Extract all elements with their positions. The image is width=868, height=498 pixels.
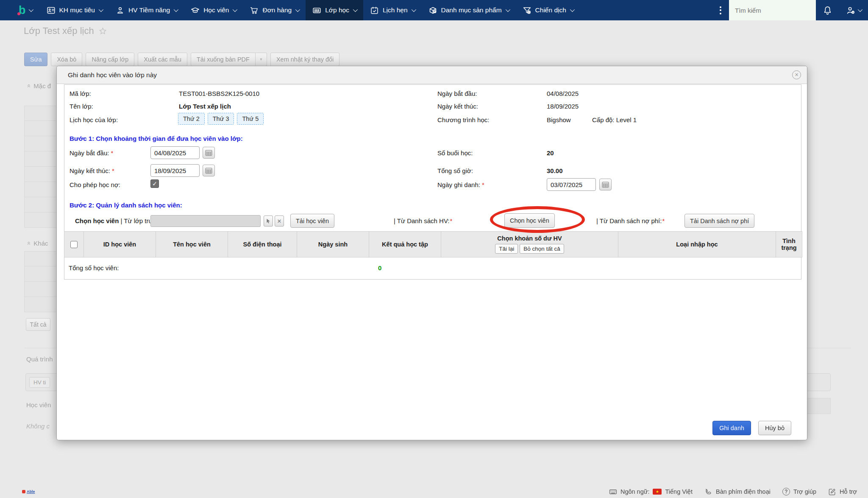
more-menu-icon[interactable]: [712, 0, 729, 20]
filter-tag[interactable]: HV ti: [29, 377, 50, 388]
load-debt-list-button[interactable]: Tải Danh sách nợ phí: [684, 214, 754, 228]
support-link[interactable]: Hỗ trợ: [828, 488, 857, 496]
delete-button[interactable]: Xóa bỏ: [51, 53, 82, 66]
end-date-input[interactable]: [150, 164, 200, 177]
collapse-icon: «: [26, 84, 33, 87]
nav-item-hv-tiem-nang[interactable]: HV Tiềm năng: [109, 0, 184, 20]
nav-item-lop-hoc[interactable]: Lớp học: [306, 0, 363, 20]
sessions-value: 20: [547, 149, 554, 157]
start-date-info-label: Ngày bắt đầu:: [437, 90, 477, 97]
all-button[interactable]: Tất cả: [26, 318, 50, 331]
deselect-all-button[interactable]: Bỏ chọn tất cả: [520, 244, 564, 254]
vietnam-flag-icon: ★: [653, 489, 662, 495]
previous-class-input[interactable]: [150, 215, 261, 227]
favorite-star-icon[interactable]: [98, 27, 107, 36]
help-link[interactable]: ? Trợ giúp: [782, 488, 816, 495]
pick-students-button[interactable]: Chọn học viên: [504, 213, 555, 228]
cursor-arrow-icon: [266, 218, 271, 224]
hours-value: 30.00: [547, 167, 563, 174]
enroll-date-input[interactable]: [547, 178, 596, 191]
brand-menu[interactable]: b: [0, 0, 40, 20]
global-search: [729, 0, 816, 20]
phone-icon: [704, 488, 712, 496]
nav-item-label: Chiến dịch: [535, 6, 566, 14]
allow-debt-label: Cho phép học nợ:: [70, 181, 120, 188]
edit-button[interactable]: Sửa: [24, 53, 47, 66]
enroll-students-modal: Ghi danh học viên vào lớp này ✕ Mã lớp: …: [56, 66, 807, 440]
export-templates-button[interactable]: Xuất các mẫu: [138, 53, 187, 66]
total-row: Tổng số học viên: 0: [64, 257, 801, 280]
language-label: Ngôn ngữ:: [620, 488, 650, 495]
chevron-down-icon: [174, 7, 178, 12]
start-date-info-value: 04/08/2025: [547, 90, 579, 97]
day-chip-tue[interactable]: Thứ 3: [208, 113, 234, 125]
class-name-label: Tên lớp:: [70, 103, 93, 110]
close-icon[interactable]: ✕: [792, 70, 801, 79]
change-log-button[interactable]: Xem nhật ký thay đổi: [270, 53, 339, 66]
user-settings-menu[interactable]: [839, 0, 868, 20]
help-label: Trợ giúp: [793, 488, 816, 495]
total-students-label: Tổng số học viên:: [69, 264, 119, 271]
nav-item-hoc-vien[interactable]: Học viên: [184, 0, 243, 20]
modal-header: Ghi danh học viên vào lớp này ✕: [57, 66, 807, 84]
nav-item-don-hang[interactable]: Đơn hàng: [243, 0, 306, 20]
enroll-date-calendar-button[interactable]: [599, 179, 612, 190]
bell-icon: [823, 6, 832, 15]
download-pdf-button[interactable]: Tải xuống bản PDF: [191, 53, 256, 66]
chevron-down-icon: [295, 7, 300, 12]
col-phone: Số điện thoại: [228, 232, 297, 257]
cancel-button[interactable]: Hủy bỏ: [758, 421, 791, 435]
hours-label: Tổng số giờ:: [437, 167, 473, 174]
modal-title: Ghi danh học viên vào lớp này: [68, 71, 157, 79]
modal-actions: Ghi danh Hủy bỏ: [712, 421, 791, 435]
nav-item-danh-muc-san-pham[interactable]: Danh mục sản phẩm: [422, 0, 516, 20]
nav-item-chien-dich[interactable]: Chiến dịch: [516, 0, 580, 20]
calendar-icon: [602, 182, 609, 188]
notifications-button[interactable]: [816, 0, 839, 20]
collapse-icon: «: [26, 241, 33, 245]
schedule-label: Lịch học của lớp:: [70, 116, 118, 123]
enroll-submit-button[interactable]: Ghi danh: [712, 421, 751, 435]
end-date-calendar-button[interactable]: [203, 165, 215, 176]
edit-pencil-icon: [828, 488, 836, 496]
nav-item-lich-hen[interactable]: Lịch hẹn: [363, 0, 422, 20]
empty-note: Không c: [26, 422, 50, 430]
cart-icon: [250, 6, 259, 15]
col-balance: Chọn khoản số dư HV Tải lại Bỏ chọn tất …: [441, 232, 618, 257]
reload-balance-button[interactable]: Tải lại: [495, 244, 518, 254]
picker-cursor-button[interactable]: [264, 215, 273, 227]
download-pdf-dropdown-arrow[interactable]: ▼: [256, 53, 267, 66]
top-nav: b KH mục tiêu HV Tiềm năng Học viên Đơn …: [0, 0, 868, 20]
clear-selection-button[interactable]: ✕: [275, 215, 284, 227]
day-chip-thu[interactable]: Thứ 5: [237, 113, 264, 125]
day-chip-mon[interactable]: Thứ 2: [178, 113, 205, 125]
product-box-icon: [428, 6, 437, 15]
select-all-checkbox[interactable]: [70, 241, 78, 248]
phone-keyboard-link[interactable]: Bàn phím điện thoại: [704, 488, 771, 496]
level-value: Cấp độ: Level 1: [592, 116, 637, 123]
able-brand-link[interactable]: Able: [22, 490, 35, 494]
start-date-calendar-button[interactable]: [203, 147, 215, 159]
person-icon: [116, 6, 125, 15]
search-input[interactable]: [735, 7, 819, 14]
col-admission-type: Loại nhập học: [618, 232, 776, 257]
nav-item-label: Đơn hàng: [262, 6, 292, 14]
nav-item-label: Lịch hẹn: [383, 6, 408, 14]
student-row-label: Học viên: [26, 401, 51, 408]
language-switcher[interactable]: Ngôn ngữ: ★ Tiếng Việt: [609, 488, 693, 496]
start-date-input[interactable]: [150, 146, 200, 159]
able-logo-icon: [22, 490, 25, 493]
load-students-button[interactable]: Tải học viên: [290, 214, 334, 228]
language-value: Tiếng Việt: [665, 488, 693, 495]
chevron-down-icon: [858, 7, 862, 12]
phone-keyboard-label: Bàn phím điện thoại: [716, 488, 771, 495]
nav-item-label: Lớp học: [325, 6, 349, 14]
keyboard-icon: [609, 488, 617, 496]
end-date-info-label: Ngày kết thúc:: [437, 103, 478, 110]
enroll-date-label: Ngày ghi danh:*: [437, 181, 484, 188]
nav-item-label: Học viên: [203, 6, 229, 14]
upgrade-class-button[interactable]: Nâng cấp lớp: [86, 53, 134, 66]
brand-logo-icon: b: [19, 5, 26, 16]
allow-debt-checkbox[interactable]: ✓: [150, 179, 159, 188]
nav-item-kh-muc-tieu[interactable]: KH mục tiêu: [40, 0, 109, 20]
